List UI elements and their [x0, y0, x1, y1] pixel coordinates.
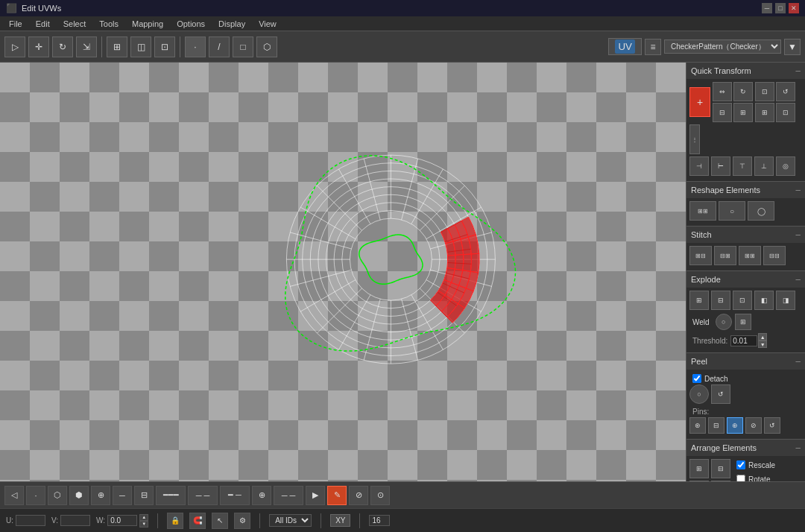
arrange-btn2[interactable]: ⊟: [711, 459, 730, 478]
threshold-spin-down[interactable]: ▼: [758, 341, 767, 348]
qt-distribute[interactable]: ⋮: [689, 124, 700, 154]
reshape-btn1[interactable]: ⊞⊞: [689, 201, 716, 221]
pins-btn1[interactable]: ⊛: [689, 417, 706, 434]
rotate-checkbox[interactable]: [736, 475, 745, 481]
gear-btn[interactable]: ⚙: [234, 513, 250, 529]
uv-button[interactable]: UV: [608, 38, 642, 55]
tb-options-btn[interactable]: ≡: [645, 39, 661, 55]
qt-align-left[interactable]: ⊣: [689, 156, 709, 176]
explode-btn4[interactable]: ◧: [754, 291, 774, 310]
qt-align-bottom[interactable]: ⊥: [754, 156, 774, 176]
bt-pencil[interactable]: ✎: [327, 486, 347, 505]
qt-align-h[interactable]: ⊟: [713, 103, 732, 122]
bt-circle2[interactable]: ⊙: [370, 486, 390, 505]
stitch-btn4[interactable]: ⊟⊟: [763, 246, 786, 265]
w-input[interactable]: [107, 515, 137, 526]
weld-circle-btn[interactable]: ○: [716, 314, 732, 330]
tb-checker-toggle[interactable]: ▼: [784, 39, 801, 55]
tb-edge-mode[interactable]: /: [209, 37, 230, 57]
stitch-btn2[interactable]: ⊟⊞: [714, 246, 736, 265]
qt-align-v[interactable]: ⊞: [733, 103, 753, 122]
pins-btn2[interactable]: ⊟: [708, 417, 724, 434]
bt-arrow[interactable]: ◁: [4, 486, 24, 505]
peel-btn1[interactable]: ○: [689, 384, 709, 404]
bt-hexagon[interactable]: ⬡: [48, 486, 67, 505]
tb-vertex-mode[interactable]: ·: [185, 37, 206, 57]
qt-rotate-ccw[interactable]: ↺: [776, 82, 795, 101]
explode-btn3[interactable]: ⊡: [733, 291, 752, 310]
qt-center-h[interactable]: ⊞: [755, 103, 774, 122]
close-button[interactable]: ✕: [789, 3, 799, 13]
tb-rotate-btn[interactable]: ↻: [52, 37, 73, 57]
pins-btn5[interactable]: ↺: [764, 417, 780, 434]
peel-header[interactable]: Peel ─: [686, 353, 805, 370]
tb-snap-btn[interactable]: ⊡: [154, 37, 175, 57]
arrange-btn3[interactable]: ◧: [689, 481, 709, 481]
uv-viewport[interactable]: [0, 63, 686, 481]
maximize-button[interactable]: □: [775, 3, 786, 13]
qt-rescale[interactable]: ⊡: [755, 82, 774, 101]
explode-btn2[interactable]: ⊟: [711, 291, 730, 310]
xy-button[interactable]: XY: [330, 514, 350, 527]
reshape-btn3[interactable]: ◯: [748, 201, 774, 221]
bt-bar4[interactable]: ─ ─: [274, 486, 303, 505]
stitch-btn1[interactable]: ⊞⊟: [689, 246, 712, 265]
magnet-btn[interactable]: 🧲: [189, 513, 206, 529]
bt-play[interactable]: ▶: [306, 486, 325, 505]
w-spin-down[interactable]: ▼: [139, 521, 148, 528]
tb-mirror-btn[interactable]: ◫: [130, 37, 151, 57]
tb-freeform-btn[interactable]: ⊞: [107, 37, 127, 57]
minimize-button[interactable]: ─: [762, 3, 772, 13]
menu-select[interactable]: Select: [57, 18, 92, 30]
lock-btn[interactable]: 🔒: [167, 513, 183, 529]
bt-plus[interactable]: ⊕: [91, 486, 110, 505]
tb-scale-btn[interactable]: ⇲: [76, 37, 97, 57]
stitch-btn3[interactable]: ⊞⊞: [739, 246, 761, 265]
threshold-spin-up[interactable]: ▲: [758, 333, 767, 341]
qt-flip-h[interactable]: ⇔: [713, 82, 732, 101]
checker-pattern-select[interactable]: CheckerPattern（Checker）: [664, 39, 781, 54]
qt-align-right[interactable]: ⊢: [711, 156, 730, 176]
peel-btn2[interactable]: ↺: [711, 384, 730, 404]
tb-element-mode[interactable]: ⬡: [256, 37, 277, 57]
rescale-checkbox[interactable]: [736, 460, 745, 469]
bt-polygon[interactable]: ⬢: [69, 486, 89, 505]
qt-align-top[interactable]: ⊤: [733, 156, 752, 176]
bt-bar2[interactable]: ─ ─: [188, 486, 218, 505]
weld-btn2[interactable]: ⊞: [735, 314, 751, 330]
bt-minus1[interactable]: ─: [113, 486, 132, 505]
qt-rotate-cw[interactable]: ↻: [733, 82, 753, 101]
qt-add-button[interactable]: +: [689, 87, 710, 117]
tb-select-btn[interactable]: ▷: [4, 37, 25, 57]
reshape-btn2[interactable]: ○: [719, 201, 745, 221]
qt-center-v[interactable]: ⊡: [776, 103, 795, 122]
pins-btn3[interactable]: ⊕: [727, 417, 743, 434]
menu-edit[interactable]: Edit: [30, 18, 56, 30]
all-ids-select[interactable]: All IDs: [269, 514, 312, 527]
explode-btn5[interactable]: ◨: [776, 291, 795, 310]
detach-checkbox[interactable]: [692, 374, 701, 383]
quick-transform-header[interactable]: Quick Transform ─: [686, 63, 805, 79]
menu-tools[interactable]: Tools: [93, 18, 124, 30]
arrange-btn4[interactable]: ◨: [711, 481, 730, 481]
menu-display[interactable]: Display: [212, 18, 251, 30]
w-spin-up[interactable]: ▲: [139, 514, 148, 521]
tb-poly-mode[interactable]: □: [233, 37, 253, 57]
threshold-input[interactable]: [730, 335, 757, 346]
menu-file[interactable]: File: [3, 18, 28, 30]
num-input[interactable]: [369, 515, 390, 526]
bt-bar1[interactable]: ━━━: [156, 486, 186, 505]
menu-options[interactable]: Options: [171, 18, 211, 30]
bt-plus2[interactable]: ⊕: [252, 486, 271, 505]
reshape-elements-header[interactable]: Reshape Elements ─: [686, 182, 805, 198]
arrange-elements-header[interactable]: Arrange Elements ─: [686, 440, 805, 456]
cursor-btn[interactable]: ↖: [212, 513, 228, 529]
arrange-btn1[interactable]: ⊞: [689, 459, 709, 478]
menu-mapping[interactable]: Mapping: [126, 18, 169, 30]
qt-center[interactable]: ◎: [776, 156, 795, 176]
explode-header[interactable]: Explode ─: [686, 271, 805, 288]
bt-circle1[interactable]: ⊘: [349, 486, 368, 505]
v-input[interactable]: [60, 515, 90, 526]
u-input[interactable]: [16, 515, 45, 526]
explode-btn1[interactable]: ⊞: [689, 291, 709, 310]
